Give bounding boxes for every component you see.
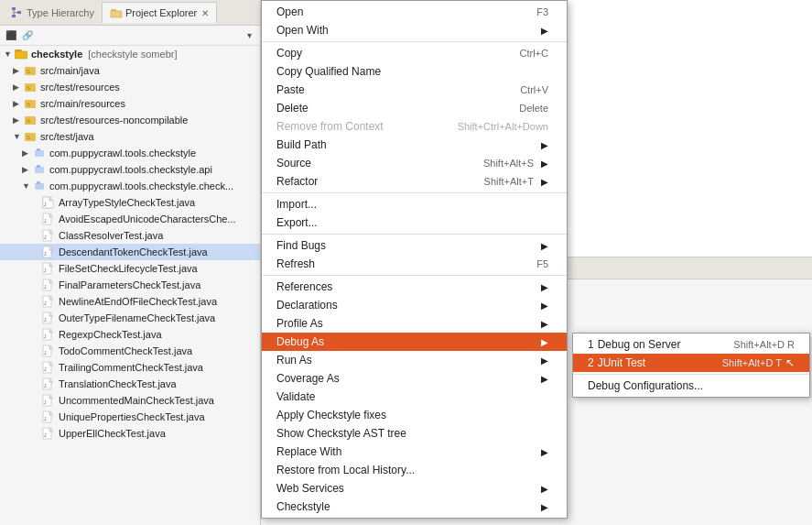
svg-rect-22 (35, 150, 44, 157)
menu-item-delete[interactable]: Delete Delete (262, 99, 567, 117)
menu-item-references[interactable]: References ▶ (262, 278, 567, 296)
java-file-label: TranslationCheckTest.java (59, 378, 177, 389)
sub-menu-debug-configurations[interactable]: Debug Configurations... (573, 377, 809, 395)
view-menu-button[interactable]: ▾ (242, 28, 256, 43)
menu-item-import-label: Import... (276, 198, 548, 211)
java-file-label: UncommentedMainCheckTest.java (59, 395, 214, 406)
collapse-all-button[interactable]: ⬛ (4, 28, 18, 43)
link-with-editor-button[interactable]: 🔗 (20, 28, 35, 43)
tab-project-explorer[interactable]: Project Explorer ✕ (102, 2, 217, 23)
menu-item-open-with[interactable]: Open With ▶ (262, 21, 567, 39)
tree-src-test-resources[interactable]: ▶ S src/test/resources (0, 79, 260, 95)
menu-item-copy[interactable]: Copy Ctrl+C (262, 44, 567, 62)
tree-file-descendant[interactable]: ▶ J DescendantTokenCheckTest.java (0, 244, 260, 260)
menu-item-export[interactable]: Export... (262, 213, 567, 232)
tree-src-test-resources-nc[interactable]: ▶ S src/test/resources-noncompilable (0, 112, 260, 128)
menu-item-open[interactable]: Open F3 (262, 3, 567, 21)
java-file-icon: J (42, 262, 55, 275)
menu-item-checkstyle[interactable]: Checkstyle ▶ (262, 498, 567, 516)
sub-menu-separator (573, 374, 809, 375)
menu-item-build-path[interactable]: Build Path ▶ (262, 136, 567, 154)
submenu-arrow-icon: ▶ (541, 301, 548, 311)
src-folder-icon: S (24, 114, 37, 126)
menu-item-import[interactable]: Import... (262, 195, 567, 213)
submenu-arrow-icon: ▶ (541, 159, 548, 169)
tree-file-translation[interactable]: ▶ J TranslationCheckTest.java (0, 376, 260, 392)
menu-item-num: 1 (588, 338, 594, 351)
src-folder-icon: S (24, 64, 37, 77)
java-file-icon: J (42, 328, 55, 341)
menu-item-show-ast[interactable]: Show Checkstyle AST tree (262, 424, 567, 443)
tree-file-regexp[interactable]: ▶ J RegexpCheckTest.java (0, 326, 260, 343)
menu-item-copy-qualified[interactable]: Copy Qualified Name (262, 62, 567, 81)
tree-file-outertype[interactable]: ▶ J OuterTypeFilenameCheckTest.java (0, 310, 260, 326)
tab-type-hierarchy[interactable]: Type Hierarchy (4, 3, 102, 23)
menu-item-refresh[interactable]: Refresh F5 (262, 255, 567, 273)
tree-file-finalparams[interactable]: ▶ J FinalParametersCheckTest.java (0, 277, 260, 293)
submenu-arrow-icon: ▶ (541, 374, 548, 384)
java-file-icon: J (42, 229, 55, 242)
menu-item-open-shortcut: F3 (536, 6, 548, 17)
tree-file-newline[interactable]: ▶ J NewlineAtEndOfFileCheckTest.java (0, 293, 260, 310)
svg-rect-23 (37, 148, 40, 151)
menu-item-remove-from-context[interactable]: Remove from Context Shift+Ctrl+Alt+Down (262, 117, 567, 136)
tree-src-test-java[interactable]: ▼ S src/test/java (0, 128, 260, 145)
menu-item-debug-as[interactable]: Debug As ▶ (262, 333, 567, 351)
tree-file-filesetcheck[interactable]: ▶ J FileSetCheckLifecycleTest.java (0, 260, 260, 277)
menu-item-restore[interactable]: Restore from Local History... (262, 461, 567, 479)
sub-menu-junit-test[interactable]: 2 JUnit Test Shift+Alt+D T ↖ (573, 354, 809, 372)
tree-pkg-checkstyle-api[interactable]: ▶ com.puppycrawl.tools.checkstyle.api (0, 161, 260, 178)
tree-file-array[interactable]: ▶ J ArrayTypeStyleCheckTest.java (0, 194, 260, 211)
tree-file-trailing[interactable]: ▶ J TrailingCommentCheckTest.java (0, 359, 260, 376)
junit-test-shortcut: Shift+Alt+D T (722, 357, 782, 368)
expand-arrow: ▶ (13, 66, 22, 75)
tree-file-classresolver[interactable]: ▶ J ClassResolverTest.java (0, 227, 260, 244)
menu-item-coverage-as[interactable]: Coverage As ▶ (262, 369, 567, 388)
project-tree[interactable]: ▼ checkstyle [checkstyle somebr] ▶ S src… (0, 46, 260, 525)
debug-as-submenu: 1 Debug on Server Shift+Alt+D R 2 JUnit … (572, 333, 810, 398)
menu-item-validate[interactable]: Validate (262, 388, 567, 406)
menu-item-paste[interactable]: Paste Ctrl+V (262, 81, 567, 99)
menu-item-copy-qualified-label: Copy Qualified Name (276, 65, 548, 78)
tree-file-uncommented[interactable]: ▶ J UncommentedMainCheckTest.java (0, 392, 260, 409)
tree-src-main-resources[interactable]: ▶ S src/main/resources (0, 95, 260, 112)
submenu-arrow-icon: ▶ (541, 282, 548, 292)
tree-project-root[interactable]: ▼ checkstyle [checkstyle somebr] (0, 46, 260, 62)
menu-item-refactor[interactable]: Refactor Shift+Alt+T ▶ (262, 172, 567, 191)
menu-item-run-as[interactable]: Run As ▶ (262, 351, 567, 369)
submenu-arrow-icon: ▶ (541, 177, 548, 187)
menu-item-source[interactable]: Source Shift+Alt+S ▶ (262, 154, 567, 172)
menu-item-source-shortcut: Shift+Alt+S (483, 158, 534, 169)
menu-item-find-bugs[interactable]: Find Bugs ▶ (262, 236, 567, 255)
menu-item-show-ast-label: Show Checkstyle AST tree (276, 427, 548, 440)
java-file-icon: J (42, 295, 55, 308)
menu-item-coverage-as-label: Coverage As (276, 372, 534, 385)
tree-src-main-java[interactable]: ▶ S src/main/java (0, 62, 260, 79)
menu-item-replace-with[interactable]: Replace With ▶ (262, 443, 567, 461)
menu-item-validate-label: Validate (276, 390, 548, 403)
menu-item-declarations[interactable]: Declarations ▶ (262, 296, 567, 314)
tree-pkg-checkstyle-check[interactable]: ▼ com.puppycrawl.tools.checkstyle.check.… (0, 178, 260, 194)
tree-file-avoid[interactable]: ▶ J AvoidEscapedUnicodeCharactersChe... (0, 211, 260, 227)
menu-item-profile-as[interactable]: Profile As ▶ (262, 314, 567, 333)
tree-file-todo[interactable]: ▶ J TodoCommentCheckTest.java (0, 343, 260, 359)
expand-arrow: ▶ (13, 99, 22, 108)
menu-item-web-services[interactable]: Web Services ▶ (262, 479, 567, 498)
svg-rect-1 (17, 11, 21, 14)
tree-pkg-checkstyle[interactable]: ▶ com.puppycrawl.tools.checkstyle (0, 145, 260, 161)
project-suffix: [checkstyle somebr] (88, 49, 177, 60)
svg-rect-0 (12, 7, 16, 10)
sub-menu-debug-on-server[interactable]: 1 Debug on Server Shift+Alt+D R (573, 335, 809, 354)
tree-file-upperell[interactable]: ▶ J UpperEllCheckTest.java (0, 425, 260, 442)
svg-text:S: S (27, 102, 30, 107)
menu-item-open-label: Open (276, 5, 518, 18)
menu-item-delete-label: Delete (276, 102, 501, 115)
java-file-icon: J (42, 213, 55, 225)
submenu-arrow-icon: ▶ (541, 447, 548, 457)
expand-arrow: ▶ (13, 82, 22, 92)
menu-item-restore-label: Restore from Local History... (276, 464, 548, 476)
menu-item-apply-checkstyle[interactable]: Apply Checkstyle fixes (262, 406, 567, 424)
tree-file-unique[interactable]: ▶ J UniquePropertiesCheckTest.java (0, 409, 260, 425)
tab-close-icon[interactable]: ✕ (201, 8, 209, 18)
java-file-label: ArrayTypeStyleCheckTest.java (59, 197, 195, 208)
